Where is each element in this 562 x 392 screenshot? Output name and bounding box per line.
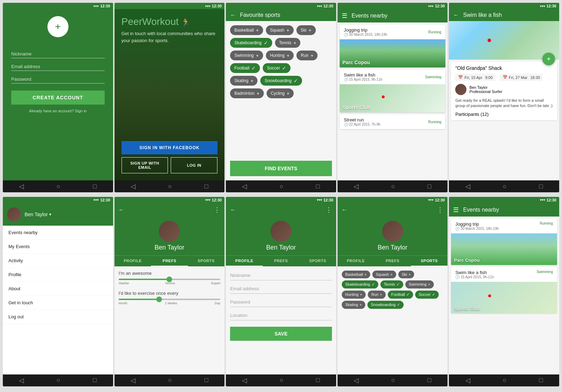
recent-nav-icon-6[interactable]: □ <box>93 377 97 384</box>
more-icon-8[interactable]: ⋮ <box>326 206 332 214</box>
menu-get-in-touch[interactable]: Get in touch <box>3 296 113 310</box>
recent-nav-icon-2[interactable]: □ <box>204 183 208 190</box>
menu-icon-10[interactable]: ☰ <box>453 206 459 214</box>
tab-profile-9[interactable]: PROFILE <box>338 256 374 266</box>
slider-awesome-thumb[interactable] <box>166 277 172 282</box>
home-nav-icon-10[interactable]: ○ <box>503 377 507 384</box>
email-field-8[interactable] <box>230 284 332 294</box>
back-nav-icon-2[interactable]: ◁ <box>131 182 136 190</box>
recent-nav-icon-7[interactable]: □ <box>204 377 208 384</box>
create-account-button[interactable]: CREATE ACCOUNT <box>11 91 105 105</box>
home-nav-icon-5[interactable]: ○ <box>503 183 507 190</box>
tab-prefs-7[interactable]: PREFS <box>151 256 188 266</box>
tab-profile-7[interactable]: PROFILE <box>115 256 151 266</box>
back-nav-icon-3[interactable]: ◁ <box>242 182 247 190</box>
tab-sports-8[interactable]: SPORTS <box>299 256 336 266</box>
sport-swimming[interactable]: Swimming+ <box>230 51 263 60</box>
recent-nav-icon-3[interactable]: □ <box>316 183 320 190</box>
sport-football[interactable]: Football✓ <box>230 63 260 73</box>
menu-log-out[interactable]: Log out <box>3 310 113 324</box>
location-field-8[interactable] <box>230 311 332 320</box>
back-arrow-8[interactable]: ← <box>230 207 236 213</box>
event-jogging-2[interactable]: Jogging trip 🕐 30 March 2015, 18h-19h Ru… <box>451 219 557 265</box>
find-events-button[interactable]: FIND EVENTS <box>230 161 332 176</box>
tab-prefs-9[interactable]: PREFS <box>374 256 411 266</box>
signup-email-button[interactable]: SIGN UP WITH EMAIL <box>122 157 168 173</box>
sp9-tennis[interactable]: Tennis ✓ <box>380 280 403 288</box>
menu-events-nearby[interactable]: Events nearby <box>3 226 113 240</box>
sport-run[interactable]: Run+ <box>296 51 318 60</box>
back-nav-icon-9[interactable]: ◁ <box>354 377 359 384</box>
sp9-run[interactable]: Run + <box>368 291 386 299</box>
email-input[interactable] <box>11 62 105 71</box>
home-nav-icon-4[interactable]: ○ <box>391 183 395 190</box>
home-nav-icon-8[interactable]: ○ <box>280 377 283 384</box>
sport-badminton[interactable]: Badminton+ <box>230 88 264 98</box>
recent-nav-icon-9[interactable]: □ <box>427 377 431 384</box>
recent-nav-icon-10[interactable]: □ <box>539 377 543 384</box>
sport-skating[interactable]: Skating+ <box>230 76 257 86</box>
back-arrow-3[interactable]: ← <box>230 12 236 18</box>
tab-sports-7[interactable]: SPORTS <box>188 256 225 266</box>
sp9-swimming[interactable]: Swimming + <box>405 280 434 288</box>
recent-nav-icon-8[interactable]: □ <box>316 377 320 384</box>
back-nav-icon-6[interactable]: ◁ <box>19 377 24 384</box>
home-nav-icon[interactable]: ○ <box>57 183 60 190</box>
recent-nav-icon[interactable]: □ <box>93 183 97 190</box>
save-button-8[interactable]: SAVE <box>230 327 332 341</box>
slider-awesome-track[interactable] <box>119 279 221 280</box>
sport-ski[interactable]: Ski+ <box>296 25 316 35</box>
more-icon-9[interactable]: ⋮ <box>437 206 443 214</box>
login-button[interactable]: LOG IN <box>171 157 217 173</box>
menu-activity[interactable]: Activity <box>3 254 113 268</box>
sp9-soccer[interactable]: Soccer ✓ <box>415 291 439 299</box>
tab-prefs-8[interactable]: PREFS <box>263 256 300 266</box>
menu-icon-4[interactable]: ☰ <box>342 12 347 20</box>
back-nav-icon[interactable]: ◁ <box>19 182 24 190</box>
sign-in-link[interactable]: Already have an account? Sign in <box>11 109 105 113</box>
sp9-skateboarding[interactable]: Skateboarding ✓ <box>342 280 378 288</box>
home-nav-icon-9[interactable]: ○ <box>391 377 395 384</box>
dropdown-icon[interactable]: ▾ <box>49 212 51 217</box>
sport-skateboarding[interactable]: Skateboarding✓ <box>230 38 272 48</box>
sp9-snowboarding[interactable]: Snowboarding ✓ <box>367 301 404 309</box>
sport-hunting[interactable]: Hunting+ <box>266 51 294 60</box>
sport-tennis[interactable]: Tennis+ <box>275 38 301 48</box>
home-nav-icon-6[interactable]: ○ <box>57 377 60 384</box>
nickname-input[interactable] <box>11 50 105 58</box>
sp9-ski[interactable]: Ski + <box>398 271 414 278</box>
back-nav-icon-10[interactable]: ◁ <box>465 377 470 384</box>
back-arrow-7[interactable]: ← <box>119 207 124 213</box>
back-nav-icon-5[interactable]: ◁ <box>465 182 470 190</box>
sp9-hunting[interactable]: Hunting + <box>342 291 366 299</box>
back-nav-icon-8[interactable]: ◁ <box>242 377 247 384</box>
slider-exercise-thumb[interactable] <box>156 297 162 302</box>
nickname-field-8[interactable] <box>230 271 332 280</box>
tab-profile-8[interactable]: PROFILE <box>226 256 263 266</box>
event-swim[interactable]: Swim like a fish 🕐 15 April 2015, 9h-11h… <box>340 69 446 112</box>
sport-basketball[interactable]: Basketball+ <box>230 25 263 35</box>
home-nav-icon-7[interactable]: ○ <box>168 377 172 384</box>
sport-soccer[interactable]: Soccer✓ <box>263 63 290 73</box>
back-nav-icon-7[interactable]: ◁ <box>131 377 136 384</box>
back-arrow-5[interactable]: ← <box>453 12 459 18</box>
sport-cycling[interactable]: Cycling+ <box>267 88 294 98</box>
back-arrow-9[interactable]: ← <box>342 207 347 213</box>
home-nav-icon-2[interactable]: ○ <box>168 183 172 190</box>
tab-sports-9[interactable]: SPORTS <box>411 256 448 266</box>
event-swim-2[interactable]: Swim like a fish 🕐 15 April 2015, 9h-11h… <box>451 267 557 313</box>
password-input[interactable] <box>11 75 105 84</box>
sport-squash[interactable]: Squash+ <box>266 25 294 35</box>
fab-add-button[interactable]: + <box>542 53 555 65</box>
menu-my-events[interactable]: My Events <box>3 240 113 254</box>
event-street-run[interactable]: Street run 🕐 22 April 2015, 7h-9h Runnin… <box>340 114 446 129</box>
sp9-basketball[interactable]: Basketball + <box>342 271 370 278</box>
event-jogging-trip[interactable]: Jogging trip 🕐 30 March 2015, 18h-19h Ru… <box>340 25 446 67</box>
recent-nav-icon-4[interactable]: □ <box>427 183 431 190</box>
menu-about[interactable]: About <box>3 282 113 296</box>
add-photo-button[interactable]: + <box>47 16 68 37</box>
sp9-squash[interactable]: Squash + <box>372 271 396 278</box>
more-icon-7[interactable]: ⋮ <box>214 206 220 214</box>
sp9-skating[interactable]: Skating + <box>342 301 365 309</box>
back-nav-icon-4[interactable]: ◁ <box>354 182 359 190</box>
